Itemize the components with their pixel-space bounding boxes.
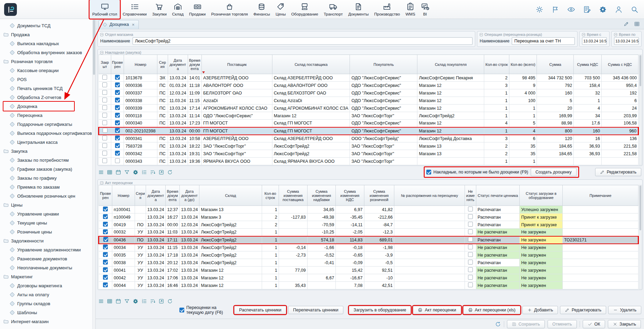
cell-supplier[interactable]: ГП МОГОСТ	[201, 127, 272, 135]
col-number[interactable]: Номер	[112, 185, 135, 206]
refresh-icon[interactable]	[167, 298, 173, 304]
load-to-equipment-button[interactable]: Загрузить в оборудование	[349, 306, 411, 314]
cell-verified[interactable]	[111, 127, 124, 135]
cell-vat-change-sum[interactable]: -14,11	[336, 221, 364, 229]
cell-number[interactable]: 00038	[112, 259, 135, 267]
cell-total-with-vat[interactable]: 950,4	[602, 82, 638, 89]
invoice-row[interactable]: 0000118ПС13.03.2411:14ОДО "ЛюксСофтСерви…	[99, 112, 638, 120]
cell-vat-change-sum[interactable]: -2,05	[336, 229, 364, 236]
sidebar-item-gruppy-skladov[interactable]: Группы складов	[0, 299, 95, 308]
cell-buyer-warehouse[interactable]: Магазин 12	[417, 89, 484, 97]
collapse-icon[interactable]	[480, 33, 483, 36]
cell-no-change[interactable]	[465, 229, 476, 236]
reprint-pricetags-button[interactable]: Перепечатать ценники	[288, 306, 343, 314]
cell-pricetag-print-status[interactable]: Распечатан	[476, 236, 520, 244]
nav-warehouse[interactable]: Склад	[169, 0, 186, 19]
cell-supplier[interactable]: ЗАО "ЛюксСофтТорг"	[201, 150, 272, 158]
cell-verified[interactable]	[99, 236, 112, 244]
cell-total-with-vat[interactable]: 192	[602, 89, 638, 97]
cell-sum[interactable]: 344 732 500	[537, 74, 574, 82]
act-row[interactable]: 00038УУ13.03.2420:1213.03.24ЛюксСофтТрей…	[99, 259, 638, 267]
cell-doc-date-to[interactable]: 13.03.24	[179, 244, 199, 251]
verified-checkbox[interactable]	[115, 98, 120, 102]
cell-supplier-warehouse[interactable]: Склад ЯРМАРКА ВКУСА ООО	[272, 158, 350, 165]
invoice-row[interactable]: 0000338ПС11.03.2411:15AzizaDiСклад Aziza…	[99, 97, 638, 104]
cell-line-count[interactable]: 2	[262, 213, 279, 221]
cell-doc-date[interactable]: 11.03.24	[168, 97, 188, 104]
closed-checkbox[interactable]	[102, 158, 107, 163]
cell-no-change[interactable]	[465, 236, 476, 244]
cell-verified[interactable]	[99, 229, 112, 236]
cell-vat-change-sum[interactable]: 7,08	[336, 282, 364, 289]
verified-checkbox[interactable]	[103, 214, 108, 219]
cell-supplier[interactable]: ЯРМАРКА ВКУСА ООО	[201, 158, 272, 165]
filter-checkbox-label[interactable]: Накладные, по которым не было дооценки (…	[434, 170, 528, 175]
sidebar-item-dooczenka[interactable]: Дооценка	[0, 102, 95, 111]
cell-buyer-warehouse[interactable]: Магазин 12	[417, 120, 484, 127]
cell-warehouse[interactable]: ЛюксСофтТрейд2	[199, 229, 262, 236]
cell-number[interactable]: 00044	[112, 282, 135, 289]
col-closed[interactable]: Закрыт	[99, 55, 111, 74]
cell-doc-date-to[interactable]: 12.03.24	[179, 221, 199, 229]
cell-vat-sum[interactable]: 160	[574, 127, 602, 135]
close-button[interactable]: Закрыть	[608, 320, 641, 328]
cell-buyer[interactable]: ОДО "ЛюксСофтСервис"	[350, 104, 417, 112]
sidebar-item-upravlenie-cenami[interactable]: Управление ценами	[0, 209, 95, 218]
col-retail-change-sum[interactable]: Сумма изменения розничной	[364, 185, 394, 206]
col-equipment-load-status[interactable]: Статус загрузки в оборудование	[520, 185, 563, 206]
print-pricetags-button[interactable]: Распечатать ценники	[234, 306, 286, 314]
theme-icon[interactable]	[536, 6, 543, 13]
col-supplier[interactable]: Поставщик	[201, 55, 272, 74]
cell-doc-date[interactable]: 13.03.24	[168, 104, 188, 112]
tab-close-icon[interactable]: ×	[132, 22, 135, 27]
cell-supplier-change-sum[interactable]: -2,73	[279, 251, 308, 259]
cell-vat-sum[interactable]: 17,6	[574, 120, 602, 127]
cell-series[interactable]: УУ	[135, 259, 146, 267]
cell-doc-time[interactable]: 17:11	[166, 236, 179, 244]
cell-number[interactable]: 0000118	[124, 112, 157, 120]
cell-total-with-vat[interactable]: 345 436 000	[602, 74, 638, 82]
cell-series[interactable]: ПС	[157, 89, 168, 97]
sidebar-item-akty-na-oplatu[interactable]: Акты на оплату	[0, 290, 95, 299]
refresh-icon[interactable]	[167, 169, 173, 175]
cell-revaluation-order-no[interactable]	[394, 267, 465, 274]
cell-supplier-warehouse[interactable]: Склад ГП МОГОСТ	[272, 120, 350, 127]
cell-verified[interactable]	[99, 213, 112, 221]
cell-series[interactable]: ПО	[135, 221, 146, 229]
cell-supplier-change-sum[interactable]	[279, 274, 308, 282]
edit-invoice-button[interactable]: Редактировать	[595, 168, 641, 176]
cell-supplier-change-sum[interactable]: -127,83	[279, 213, 308, 221]
cell-qty-total[interactable]: 9	[509, 82, 537, 89]
cell-equipment-load-status[interactable]: Успешно загружен	[520, 206, 563, 213]
time-from-input[interactable]: 13.03.24 16:59	[582, 37, 607, 45]
cell-buyer-warehouse[interactable]: Магазин 12	[417, 127, 484, 135]
cell-closed[interactable]	[99, 127, 111, 135]
cell-buyer[interactable]: ОДО "ЛюксСофтСервис"	[350, 82, 417, 89]
cell-warehouse[interactable]: ЛюксСофтТрейд2	[199, 244, 262, 251]
cell-verified[interactable]	[111, 104, 124, 112]
cell-doc-time[interactable]: 20:12	[166, 259, 179, 267]
cell-number[interactable]: 00419	[112, 221, 135, 229]
verified-checkbox[interactable]	[115, 82, 120, 87]
cell-no-change[interactable]	[465, 244, 476, 251]
cell-retail-change-sum[interactable]: 42,51	[364, 282, 394, 289]
cell-doc-date[interactable]: 12.03.24	[168, 89, 188, 97]
cell-vat-sum[interactable]: 34	[574, 112, 602, 120]
cell-verified[interactable]	[111, 112, 124, 120]
cell-qty-total[interactable]: 35	[509, 142, 537, 150]
invoice-row[interactable]: 0000339ПС13.03.2417:14АГРОКОМБИНАТ КОЛОС…	[99, 104, 638, 112]
save-button[interactable]: Сохранить	[507, 320, 545, 328]
time-to-input[interactable]: 13.03.24 16:59	[614, 37, 639, 45]
cell-doc-time[interactable]: 18:22	[188, 142, 201, 150]
cell-doc-time[interactable]: 16:27	[166, 213, 179, 221]
scrollbar-thumb[interactable]	[640, 55, 641, 86]
cell-line-count[interactable]: 1	[484, 127, 509, 135]
delete-button[interactable]: Удалить	[608, 306, 641, 314]
cell-warehouse[interactable]: ЛюксСофтТрейд2	[199, 251, 262, 259]
flag-icon[interactable]	[551, 6, 559, 13]
cell-equipment-load-status[interactable]: Не загружен	[520, 282, 563, 289]
refresh-icon[interactable]	[495, 321, 501, 327]
cell-equipment-load-status[interactable]: Не загружен	[520, 244, 563, 251]
cell-markup-change-sum[interactable]: 6,67	[307, 274, 336, 282]
cell-buyer-warehouse[interactable]: ЛюксСофтСервис Пекарня	[417, 74, 484, 82]
